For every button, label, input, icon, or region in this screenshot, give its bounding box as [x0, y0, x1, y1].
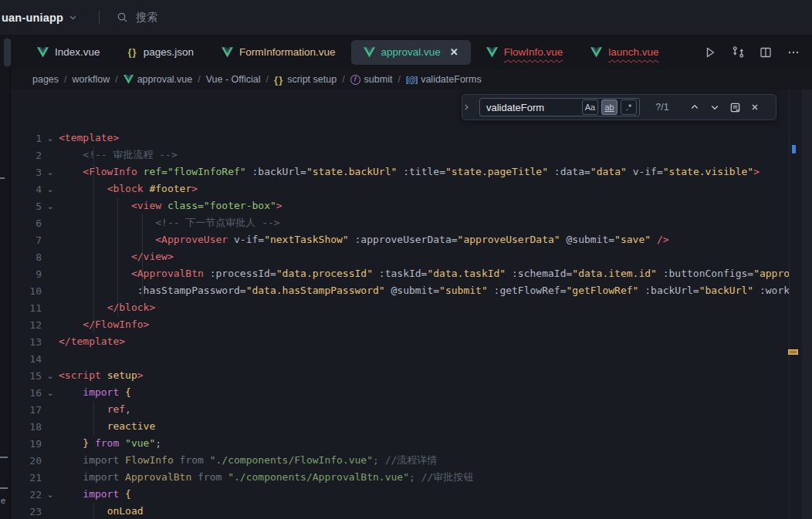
code-line[interactable]: 21 import ApprovalBtn from "./components…: [0, 469, 790, 486]
breadcrumb-separator: /: [115, 74, 117, 85]
code-line[interactable]: 11 </block>: [0, 299, 790, 316]
code-line[interactable]: 23 onLoad: [0, 503, 790, 519]
tab-label: pages.json: [144, 46, 194, 58]
global-search[interactable]: 搜索: [117, 11, 157, 25]
tab-approval-vue[interactable]: approval.vue✕: [351, 40, 471, 65]
breadcrumb-separator: /: [398, 74, 400, 85]
fold-chevron-icon[interactable]: ⌄: [42, 371, 59, 381]
breadcrumb-item-submit[interactable]: fsubmit: [350, 74, 393, 85]
find-expand-chevron-icon[interactable]: [462, 103, 479, 111]
sidebar-edge: e: [0, 35, 11, 519]
scrollbar[interactable]: [802, 89, 812, 519]
method-icon: [@]: [406, 75, 417, 84]
tab-flowinfo-vue[interactable]: FlowInfo.vue: [474, 40, 576, 65]
breadcrumb-label: Vue - Official: [206, 74, 261, 85]
fold-chevron-icon[interactable]: ⌄: [42, 133, 59, 143]
tab-forminformation-vue[interactable]: FormInformation.vue: [209, 40, 348, 65]
tab-label: FormInformation.vue: [239, 46, 336, 58]
fold-chevron-icon[interactable]: ⌄: [42, 167, 59, 177]
find-next-button[interactable]: [705, 98, 725, 116]
tab-label: launch.vue: [608, 46, 658, 58]
code-line[interactable]: 17 ref,: [0, 401, 790, 418]
more-actions-button[interactable]: [786, 45, 801, 60]
breadcrumb-separator: /: [64, 74, 66, 85]
tab-label: approval.vue: [381, 46, 441, 58]
breadcrumb-label: pages: [32, 74, 59, 85]
close-icon[interactable]: ✕: [450, 46, 458, 58]
find-previous-button[interactable]: [685, 98, 705, 116]
code-text: <template>: [59, 130, 119, 147]
braces-icon: {}: [128, 46, 137, 58]
breadcrumb-item-approval-vue[interactable]: approval.vue: [123, 74, 193, 85]
find-input[interactable]: validateForm Aa ab .*: [479, 98, 640, 116]
code-line[interactable]: 1⌄<template>: [0, 130, 790, 147]
run-button[interactable]: [702, 45, 718, 60]
braces-icon: {}: [274, 74, 283, 86]
vue-icon: [222, 47, 233, 58]
code-line[interactable]: 15⌄<script setup>: [0, 367, 790, 384]
code-line[interactable]: 8 </view>: [0, 248, 790, 265]
code-line[interactable]: 6 <!-- 下一节点审批人 -->: [0, 214, 790, 231]
breadcrumb-item-script-setup[interactable]: {}script setup: [274, 74, 337, 86]
code-line[interactable]: 7 <ApproveUser v-if="nextTaskShow" :appr…: [0, 231, 790, 248]
code-line[interactable]: 5⌄ <view class="footer-box">: [0, 197, 790, 214]
tab-launch-vue[interactable]: launch.vue: [578, 40, 671, 65]
code-line[interactable]: 2 <!-- 审批流程 -->: [0, 147, 790, 163]
code-line[interactable]: 14: [0, 350, 790, 367]
fold-chevron-icon[interactable]: ⌄: [42, 490, 59, 500]
tab-pages-json[interactable]: {}pages.json: [116, 40, 206, 65]
ruler-marker-find-match: [788, 349, 798, 355]
breadcrumb-item-vue-official[interactable]: Vue - Official: [206, 74, 261, 85]
breadcrumb-item-validateforms[interactable]: [@]validateForms: [406, 74, 482, 85]
regex-toggle[interactable]: .*: [621, 99, 637, 115]
sidebar-edge-mark: [0, 177, 5, 179]
code-text: <block #footer>: [59, 180, 198, 197]
find-in-selection-button[interactable]: [725, 98, 745, 116]
tab-index-vue[interactable]: Index.vue: [25, 40, 113, 65]
fold-chevron-icon[interactable]: ⌄: [42, 184, 59, 194]
code-text: import {: [59, 384, 131, 401]
breadcrumb: pages/workflow/approval.vue/Vue - Offici…: [0, 69, 812, 89]
find-close-button[interactable]: [745, 98, 765, 116]
editor-actions: [702, 45, 812, 60]
vue-icon: [37, 47, 49, 58]
code-text: </template>: [59, 333, 125, 350]
tab-label: FlowInfo.vue: [504, 46, 563, 58]
code-text: <!-- 审批流程 -->: [59, 147, 178, 163]
code-line[interactable]: 3⌄ <FlowInfo ref="flowInfoRef" :backUrl=…: [0, 163, 790, 180]
whole-word-toggle[interactable]: ab: [601, 99, 617, 115]
split-editor-button[interactable]: [758, 45, 773, 60]
code-line[interactable]: 10 :hasStampPassword="data.hasStampPassw…: [0, 282, 790, 299]
fold-chevron-icon[interactable]: ⌄: [42, 201, 59, 211]
code-line[interactable]: 4⌄ <block #footer>: [0, 180, 790, 197]
match-case-toggle[interactable]: Aa: [582, 99, 598, 115]
code-line[interactable]: 9 <ApprovalBtn :processId="data.processI…: [0, 265, 790, 282]
code-text: reactive: [59, 418, 155, 435]
find-widget: validateForm Aa ab .* ?/1: [462, 94, 776, 120]
breadcrumb-separator: /: [266, 74, 269, 85]
breadcrumb-item-workflow[interactable]: workflow: [73, 74, 110, 85]
code-line[interactable]: 22⌄ import {: [0, 486, 790, 503]
code-line[interactable]: 12 </FlowInfo>: [0, 316, 790, 333]
breadcrumb-label: workflow: [73, 74, 110, 85]
code-area[interactable]: 1⌄<template>2 <!-- 审批流程 -->3⌄ <FlowInfo …: [0, 130, 790, 519]
code-text: <ApprovalBtn :processId="data.processId"…: [59, 265, 790, 282]
code-text: </view>: [59, 248, 174, 265]
project-name: uan-uniapp: [2, 12, 63, 24]
ide-window: uan-uniapp 搜索 Index.vue{}pages.jsonFormI…: [0, 0, 812, 519]
fold-chevron-icon[interactable]: ⌄: [42, 388, 59, 398]
code-line[interactable]: 20 import FlowInfo from "./components/Fl…: [0, 452, 790, 469]
code-line[interactable]: 16⌄ import {: [0, 384, 790, 401]
git-compare-button[interactable]: [730, 45, 746, 60]
code-line[interactable]: 13</template>: [0, 333, 790, 350]
project-selector[interactable]: uan-uniapp: [0, 12, 77, 24]
breadcrumb-label: approval.vue: [137, 74, 193, 85]
breadcrumb-label: submit: [364, 74, 393, 85]
breadcrumb-item-pages[interactable]: pages: [32, 74, 59, 85]
code-line[interactable]: 18 reactive: [0, 418, 790, 435]
code-text: onLoad: [59, 503, 144, 519]
editor-tabs: Index.vue{}pages.jsonFormInformation.vue…: [0, 35, 673, 69]
code-line[interactable]: 19 } from "vue";: [0, 435, 790, 452]
vue-icon: [590, 47, 602, 58]
find-result-count: ?/1: [640, 102, 685, 113]
